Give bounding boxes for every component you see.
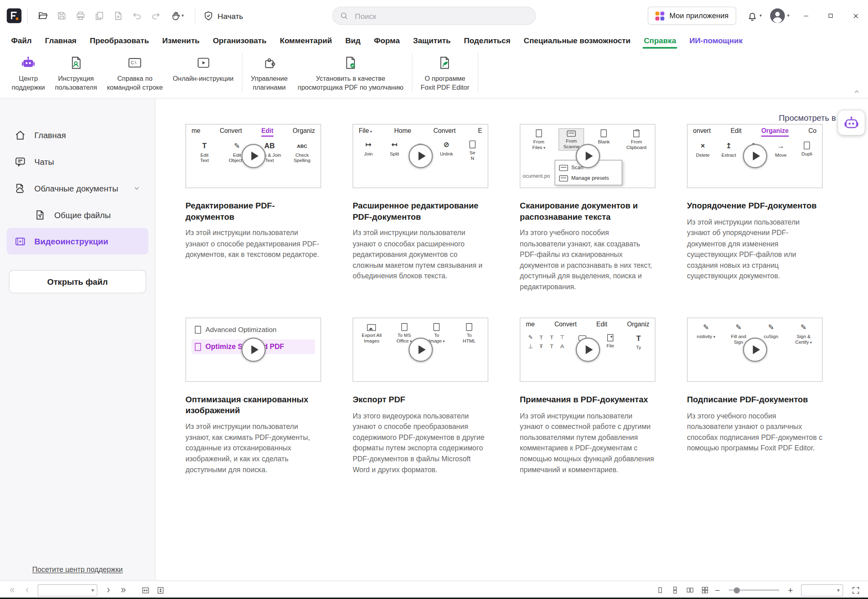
my-apps-button[interactable]: Мои приложения: [648, 6, 736, 25]
play-button[interactable]: [575, 338, 600, 362]
zoom-slider-thumb[interactable]: [733, 587, 739, 593]
facing-view-icon[interactable]: [683, 584, 696, 596]
play-triangle-icon: [251, 151, 258, 160]
new-document-icon[interactable]: [111, 8, 125, 23]
card-thumbnail[interactable]: File▾HomeConvertE↦Join↤Split∞Link⊘Unlink…: [353, 124, 489, 188]
sidebar-item-cloud-documents[interactable]: Облачные документы: [6, 175, 148, 202]
titlebar-right: Мои приложения ▾ ▾: [648, 0, 868, 32]
thumb-tool-label: ToHTML: [463, 332, 476, 344]
undo-icon[interactable]: [130, 8, 144, 23]
zoom-out-icon[interactable]: −: [713, 586, 722, 595]
ribbon: ЦентрподдержкиИнструкцияпользователяC:\С…: [0, 49, 868, 99]
thumb-tab: Home: [394, 127, 411, 136]
menu-tab-0[interactable]: Файл: [4, 32, 38, 48]
play-button[interactable]: [743, 338, 767, 362]
zoom-slider[interactable]: [729, 589, 780, 591]
play-button[interactable]: [241, 338, 265, 362]
card-thumbnail[interactable]: meConvertEditOrganiz✎TT⊤⊥ŦTANoteFileTTy: [520, 317, 655, 382]
menu-tab-1[interactable]: Главная: [38, 32, 83, 48]
last-page-icon[interactable]: [116, 584, 130, 596]
notifications-button[interactable]: ▾: [747, 10, 762, 21]
thumb-tool-label: EditText: [200, 152, 209, 164]
banner-row: Advanced Optimization: [192, 326, 315, 334]
play-triangle-icon: [752, 345, 760, 354]
play-button[interactable]: [408, 338, 432, 362]
doc-icon: [466, 323, 472, 331]
card-thumbnail[interactable]: Export AllImagesTo MSOffice▾ToImage▾ToHT…: [353, 317, 489, 382]
thumb-tool: Export AllImages: [359, 322, 384, 345]
search-input[interactable]: [354, 11, 529, 21]
ribbon-button-support-center[interactable]: Центрподдержки: [6, 52, 50, 94]
menu-tab-9[interactable]: Поделиться: [457, 32, 517, 48]
ribbon-separator: [242, 53, 242, 93]
card-thumbnail[interactable]: FromFiles▾FromScanneBlankFromClipboardoc…: [520, 124, 655, 188]
card-thumbnail[interactable]: ✎nsitivity▾✎Fill andSign✎cuSign✎Sign &Ce…: [687, 317, 823, 382]
menu-tab-8[interactable]: Защитить: [407, 32, 457, 48]
sidebar-item-shared-files[interactable]: Общие файлы: [6, 202, 148, 228]
minimize-button[interactable]: [793, 0, 818, 32]
page-number-combo[interactable]: ▾: [38, 584, 97, 596]
sidebar-item-home[interactable]: Главная: [6, 122, 148, 148]
card-thumbnail[interactable]: Advanced OptimizationOptimize Scanned PD…: [185, 317, 321, 382]
scan-icon: [559, 175, 568, 181]
start-button[interactable]: Начать: [203, 11, 243, 21]
menu-tab-6[interactable]: Вид: [339, 32, 367, 48]
open-folder-icon[interactable]: [36, 8, 50, 23]
maximize-button[interactable]: [818, 0, 843, 32]
fullscreen-icon[interactable]: [849, 584, 862, 596]
play-button[interactable]: [241, 144, 265, 168]
single-page-view-icon[interactable]: [653, 584, 666, 596]
ribbon-button-online-tutorials[interactable]: Онлайн-инструкции: [168, 52, 238, 86]
close-button[interactable]: [843, 0, 868, 32]
menu-tab-11[interactable]: Справка: [637, 32, 683, 48]
ribbon-button-about[interactable]: О программеFoxit PDF Editor: [416, 52, 474, 94]
thumb-tool: ↥Extract: [716, 141, 742, 159]
menu-tab-7[interactable]: Форма: [367, 32, 407, 48]
dropdown-menu-item: Manage presets: [555, 172, 622, 183]
menu-tab-5[interactable]: Комментарий: [273, 32, 339, 48]
thumb-tab: Edit: [261, 127, 274, 137]
sidebar-item-video-tutorials[interactable]: Видеоинструкции: [6, 228, 148, 254]
account-button[interactable]: ▾: [769, 8, 789, 24]
open-file-button[interactable]: Открыть файл: [9, 270, 146, 294]
ribbon-button-command-line-help[interactable]: C:\Справка покомандной строке: [102, 52, 168, 94]
redo-icon[interactable]: [148, 8, 163, 23]
thumb-tab: Edit: [731, 127, 742, 137]
save-icon[interactable]: [54, 8, 69, 23]
continuous-facing-view-icon[interactable]: [698, 584, 711, 596]
zoom-in-icon[interactable]: +: [786, 586, 795, 595]
card-thumbnail[interactable]: meConvertEditOrganizTEditText✎EditObject…: [185, 124, 321, 188]
scan-icon: [567, 130, 576, 137]
copy-icon[interactable]: [92, 8, 106, 23]
play-button[interactable]: [575, 144, 600, 168]
fit-page-icon[interactable]: [154, 584, 167, 596]
thumb-tool-label: FromScanne: [563, 138, 579, 149]
search-box[interactable]: [332, 6, 536, 25]
ribbon-button-default-pdf-viewer[interactable]: Установить в качествепросмотрщика PDF по…: [293, 52, 409, 94]
collapse-ribbon-icon[interactable]: [853, 88, 860, 95]
menu-tab-2[interactable]: Преобразовать: [83, 32, 156, 48]
previous-page-icon[interactable]: [21, 584, 34, 596]
menu-tab-12[interactable]: ИИ-помощник: [683, 32, 750, 48]
ai-assistant-button[interactable]: [838, 111, 865, 135]
chevron-down-icon: ▾: [759, 13, 762, 18]
menu-tab-3[interactable]: Изменить: [156, 32, 206, 48]
format-icon: Ŧ: [538, 343, 544, 349]
first-page-icon[interactable]: [6, 584, 19, 596]
sidebar-item-chats[interactable]: Чаты: [6, 148, 148, 175]
ribbon-button-user-manual[interactable]: Инструкцияпользователя: [50, 52, 102, 94]
support-center-link[interactable]: Посетите центр поддержки: [0, 565, 155, 574]
menu-tab-10[interactable]: Специальные возможности: [517, 32, 637, 48]
hand-tool-icon[interactable]: ▾: [167, 8, 187, 23]
continuous-view-icon[interactable]: [668, 584, 681, 596]
play-button[interactable]: [743, 144, 767, 168]
menu-tab-4[interactable]: Организовать: [206, 32, 273, 48]
card-thumbnail[interactable]: onvertEditOrganizeCo×Delete↥Extract↻Reve…: [687, 124, 823, 188]
fit-width-icon[interactable]: [139, 584, 152, 596]
zoom-level-combo[interactable]: ▾: [801, 584, 843, 596]
ribbon-button-manage-plugins[interactable]: Управлениеплагинами: [246, 52, 293, 94]
play-button[interactable]: [408, 144, 432, 168]
menu-item-label: Manage presets: [571, 175, 609, 181]
print-icon[interactable]: [73, 8, 88, 23]
next-page-icon[interactable]: [101, 584, 115, 596]
